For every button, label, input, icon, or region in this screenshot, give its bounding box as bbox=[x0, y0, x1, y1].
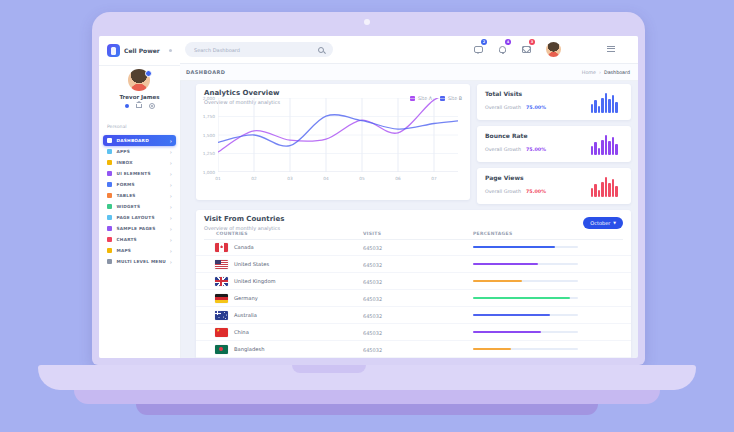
bangladesh-flag-icon bbox=[215, 345, 228, 354]
sidebar-item-charts[interactable]: CHARTS› bbox=[103, 234, 176, 245]
table-row-united-kingdom: United Kingdom645032 bbox=[196, 273, 631, 290]
y-tick-label: 1,000 bbox=[197, 170, 215, 175]
mini-bar bbox=[598, 190, 600, 197]
mini-bar bbox=[608, 141, 610, 155]
mini-bar bbox=[601, 140, 603, 155]
y-tick-label: 1,750 bbox=[197, 114, 215, 119]
percentage-bar bbox=[473, 314, 550, 316]
chevron-right-icon: › bbox=[170, 249, 172, 253]
percentage-track bbox=[473, 280, 578, 282]
breadcrumb-home-link[interactable]: Home bbox=[582, 70, 596, 75]
camera-dot bbox=[364, 19, 370, 25]
sidebar-toggle-dot[interactable] bbox=[169, 49, 172, 52]
sidebar-item-tables[interactable]: TABLES› bbox=[103, 190, 176, 201]
canada-flag-icon bbox=[215, 243, 228, 252]
mail-button[interactable]: 3 bbox=[518, 41, 542, 57]
breadcrumb-current: Dashboard bbox=[604, 70, 630, 75]
sidebar-item-forms[interactable]: FORMS› bbox=[103, 179, 176, 190]
month-filter-button[interactable]: October▼ bbox=[583, 217, 623, 229]
hamburger-menu-icon[interactable] bbox=[607, 46, 615, 52]
sidebar-item-label: INBOX bbox=[117, 160, 133, 165]
sidebar-section-label: Personal bbox=[107, 124, 127, 129]
sidebar-item-label: FORMS bbox=[117, 182, 135, 187]
table-row-united-states: United States645032 bbox=[196, 256, 631, 273]
chevron-right-icon: › bbox=[170, 216, 172, 220]
percentage-bar bbox=[473, 297, 570, 299]
divider bbox=[99, 65, 180, 66]
search-bar[interactable] bbox=[185, 42, 333, 57]
sidebar-item-label: CHARTS bbox=[117, 237, 137, 242]
page-title: DASHBOARD bbox=[186, 69, 225, 75]
chevron-right-icon: › bbox=[170, 205, 172, 209]
laptop-base-shadow bbox=[74, 390, 660, 404]
percentage-track bbox=[473, 263, 578, 265]
country-name: Canada bbox=[234, 244, 254, 250]
topbar-avatar[interactable] bbox=[546, 42, 561, 57]
sidebar-item-widgets[interactable]: WIDGETS› bbox=[103, 201, 176, 212]
growth-value: 75.00% bbox=[526, 147, 546, 152]
brand-name[interactable]: Cell Power bbox=[124, 47, 160, 54]
notifications-button[interactable]: 4 bbox=[494, 41, 518, 57]
chat-button[interactable]: 2 bbox=[470, 41, 494, 57]
visits-value: 645032 bbox=[363, 313, 382, 319]
messages-dot-icon[interactable] bbox=[125, 104, 129, 108]
percentage-bar bbox=[473, 263, 538, 265]
y-tick-label: 2,000 bbox=[197, 96, 215, 101]
mini-bar bbox=[615, 186, 617, 197]
mini-bar bbox=[605, 177, 607, 197]
sidebar-item-apps[interactable]: APPS› bbox=[103, 146, 176, 157]
visits-value: 645032 bbox=[363, 245, 382, 251]
chat-icon bbox=[474, 46, 483, 53]
x-tick-label: 07 bbox=[428, 176, 440, 181]
laptop-notch bbox=[292, 365, 366, 373]
column-header-countries: COUNTRIES bbox=[216, 231, 248, 236]
sidebar-item-maps[interactable]: MAPS› bbox=[103, 245, 176, 256]
percentage-bar bbox=[473, 348, 511, 350]
widgets-icon bbox=[107, 204, 112, 209]
sidebar-item-ui-elements[interactable]: UI ELEMENTS› bbox=[103, 168, 176, 179]
laptop-base-foot bbox=[136, 404, 598, 415]
sidebar-item-sample-pages[interactable]: SAMPLE PAGES› bbox=[103, 223, 176, 234]
sidebar-item-page-layouts[interactable]: PAGE LAYOUTS› bbox=[103, 212, 176, 223]
x-tick-label: 02 bbox=[248, 176, 260, 181]
sidebar-item-multi-level-menu[interactable]: MULTI LEVEL MENU› bbox=[103, 256, 176, 267]
germany-flag-icon bbox=[215, 294, 228, 303]
country-name: Australia bbox=[234, 312, 257, 318]
mini-bar-chart bbox=[591, 175, 621, 197]
search-icon[interactable] bbox=[318, 47, 324, 53]
mini-bar bbox=[598, 148, 600, 155]
notifications-badge: 4 bbox=[505, 39, 511, 45]
brand-logo-icon[interactable] bbox=[107, 44, 120, 57]
topbar-icons: 2 4 3 bbox=[470, 41, 615, 57]
home-icon[interactable] bbox=[136, 104, 142, 108]
visits-value: 645032 bbox=[363, 330, 382, 336]
inbox-icon bbox=[107, 160, 112, 165]
chevron-right-icon: › bbox=[170, 194, 172, 198]
bounce-rate-card: Bounce Rate Overall Growth 75.00% bbox=[477, 126, 631, 162]
mini-bar bbox=[591, 146, 593, 155]
mini-bar bbox=[594, 142, 596, 155]
stat-title: Bounce Rate bbox=[485, 132, 528, 139]
sidebar-item-inbox[interactable]: INBOX› bbox=[103, 157, 176, 168]
sidebar-item-label: PAGE LAYOUTS bbox=[117, 215, 155, 220]
percentage-track bbox=[473, 331, 578, 333]
table-row-germany: Germany645032 bbox=[196, 290, 631, 307]
mini-bar bbox=[612, 179, 614, 197]
analytics-overview-card: Analytics Overview Overview of monthly a… bbox=[196, 84, 470, 200]
gear-icon[interactable] bbox=[149, 103, 155, 109]
table-row-canada: Canada645032 bbox=[196, 239, 631, 256]
sidebar-item-dashboard[interactable]: DASHBOARD› bbox=[103, 135, 176, 146]
mini-bar bbox=[594, 184, 596, 197]
sidebar-item-label: MAPS bbox=[117, 248, 132, 253]
mini-bar-chart bbox=[591, 133, 621, 155]
card-title: Visit From Countries bbox=[204, 215, 284, 223]
growth-label: Overall Growth bbox=[485, 105, 521, 110]
mini-bar-chart bbox=[591, 91, 621, 113]
apps-icon bbox=[107, 149, 112, 154]
search-input[interactable] bbox=[185, 47, 314, 53]
mini-bar bbox=[612, 95, 614, 113]
sidebar-item-label: TABLES bbox=[117, 193, 136, 198]
china-flag-icon bbox=[215, 328, 228, 337]
bell-icon bbox=[499, 46, 506, 53]
sidebar-item-label: WIDGETS bbox=[117, 204, 141, 209]
